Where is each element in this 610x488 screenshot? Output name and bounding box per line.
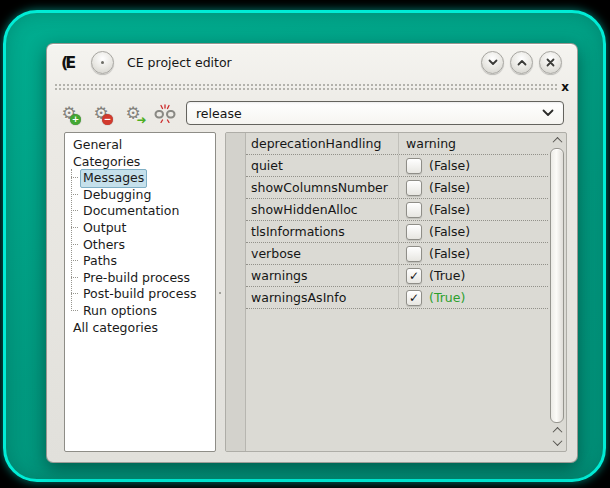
property-value-text: (False) xyxy=(429,202,470,217)
checkbox-unchecked[interactable] xyxy=(406,202,422,218)
menu-dot-icon xyxy=(101,61,104,64)
tree-item-all-categories[interactable]: All categories xyxy=(65,319,215,336)
property-rows: deprecationHandlingwarningquiet(False)sh… xyxy=(246,133,548,309)
checkbox-unchecked[interactable] xyxy=(406,224,422,240)
tree-item-categories[interactable]: Categories xyxy=(65,153,215,170)
window-controls xyxy=(481,51,562,74)
splitter-grip-icon xyxy=(219,292,221,294)
property-name: verbose xyxy=(246,243,398,264)
property-name: warningsAsInfo xyxy=(246,287,398,308)
dock-close-button[interactable]: x xyxy=(561,82,569,92)
close-icon xyxy=(546,58,555,67)
property-value-text: (False) xyxy=(429,246,470,261)
chevron-up-icon xyxy=(552,137,562,147)
checkbox-unchecked[interactable] xyxy=(406,158,422,174)
desktop-frame: (E CE project editor x ⚙ xyxy=(3,10,606,482)
property-value-text: (False) xyxy=(429,180,470,195)
property-row-verbose[interactable]: verbose(False) xyxy=(246,243,548,265)
property-value-cell: warning xyxy=(398,133,548,154)
broken-link-icon xyxy=(154,103,176,123)
chevron-down-icon xyxy=(552,436,562,446)
property-row-quiet[interactable]: quiet(False) xyxy=(246,155,548,177)
plus-badge-icon: + xyxy=(70,114,81,125)
scroll-down-button[interactable] xyxy=(554,437,561,448)
property-value-cell: (False) xyxy=(398,221,548,242)
property-value-cell: (False) xyxy=(398,155,548,176)
scrollbar-thumb[interactable] xyxy=(550,148,564,423)
chevron-down-icon xyxy=(488,59,498,66)
titlebar: (E CE project editor xyxy=(47,44,577,76)
checkbox-unchecked[interactable] xyxy=(406,246,422,262)
tree-item-run-options[interactable]: Run options xyxy=(65,302,215,319)
tree-item-debugging[interactable]: Debugging xyxy=(65,186,215,203)
copy-target-button[interactable]: ⚙ ➜ xyxy=(120,100,146,126)
property-value-cell: (False) xyxy=(398,177,548,198)
tree-item-output[interactable]: Output xyxy=(65,219,215,236)
build-target-select[interactable]: release xyxy=(186,101,564,125)
property-table: deprecationHandlingwarningquiet(False)sh… xyxy=(225,132,567,452)
tree-item-documentation[interactable]: Documentation xyxy=(65,202,215,219)
property-value-text: warning xyxy=(406,136,456,151)
property-row-warnings[interactable]: warnings✓(True) xyxy=(246,265,548,287)
roll-up-button[interactable] xyxy=(510,51,533,74)
chevron-up-icon xyxy=(517,59,527,66)
checkbox-checked[interactable]: ✓ xyxy=(406,268,422,284)
tree-item-label: Run options xyxy=(80,302,160,321)
minus-badge-icon: − xyxy=(102,114,113,125)
property-name: quiet xyxy=(246,155,398,176)
arrow-badge-icon: ➜ xyxy=(136,115,147,126)
tree-item-label: All categories xyxy=(70,319,161,338)
toolbar: ⚙ + ⚙ − ⚙ ➜ release xyxy=(47,93,577,133)
property-row-deprecationHandling[interactable]: deprecationHandlingwarning xyxy=(246,133,548,155)
checkbox-unchecked[interactable] xyxy=(406,180,422,196)
tree-item-label: General xyxy=(70,136,125,155)
property-value-text: (False) xyxy=(429,224,470,239)
tree-item-others[interactable]: Others xyxy=(65,236,215,253)
remove-target-button[interactable]: ⚙ − xyxy=(88,100,114,126)
ce-project-editor-window: (E CE project editor x ⚙ xyxy=(46,43,578,463)
property-row-warningsAsInfo[interactable]: warningsAsInfo✓(True) xyxy=(246,287,548,309)
tree-item-pre-build-process[interactable]: Pre-build process xyxy=(65,269,215,286)
property-value-cell: ✓(True) xyxy=(398,265,548,286)
vertical-scrollbar[interactable] xyxy=(549,135,565,449)
property-row-tlsInformations[interactable]: tlsInformations(False) xyxy=(246,221,548,243)
property-row-showColumnsNumber[interactable]: showColumnsNumber(False) xyxy=(246,177,548,199)
scroll-up-button[interactable] xyxy=(554,135,561,146)
add-target-button[interactable]: ⚙ + xyxy=(56,100,82,126)
app-logo-icon: (E xyxy=(61,53,83,72)
property-value-cell: (False) xyxy=(398,199,548,220)
property-name: tlsInformations xyxy=(246,221,398,242)
tree-item-post-build-process[interactable]: Post-build process xyxy=(65,285,215,302)
close-button[interactable] xyxy=(539,51,562,74)
window-title: CE project editor xyxy=(127,55,481,70)
roll-down-button[interactable] xyxy=(481,51,504,74)
property-name: warnings xyxy=(246,265,398,286)
chevron-down-icon xyxy=(542,109,554,117)
tree-item-paths[interactable]: Paths xyxy=(65,252,215,269)
row-header-gutter xyxy=(226,133,246,451)
dock-handle-texture[interactable] xyxy=(55,83,557,92)
dock-titlebar[interactable]: x xyxy=(55,81,569,93)
category-tree: GeneralCategoriesMessagesDebuggingDocume… xyxy=(64,132,216,452)
splitter-handle[interactable] xyxy=(214,132,225,452)
property-name: showColumnsNumber xyxy=(246,177,398,198)
scroll-bottom-buttons xyxy=(554,425,561,449)
tree-children-group: MessagesDebuggingDocumentationOutputOthe… xyxy=(65,169,215,318)
scroll-up-button-2[interactable] xyxy=(554,425,561,436)
property-value-cell: (False) xyxy=(398,243,548,264)
unlink-target-button[interactable] xyxy=(152,100,178,126)
build-target-value: release xyxy=(196,106,542,121)
tree-item-general[interactable]: General xyxy=(65,136,215,153)
property-value-cell: ✓(True) xyxy=(398,287,548,308)
property-value-text: (True) xyxy=(429,268,465,283)
property-row-showHiddenAlloc[interactable]: showHiddenAlloc(False) xyxy=(246,199,548,221)
property-name: deprecationHandling xyxy=(246,133,398,154)
window-menu-button[interactable] xyxy=(91,51,114,74)
checkbox-checked[interactable]: ✓ xyxy=(406,290,422,306)
property-name: showHiddenAlloc xyxy=(246,199,398,220)
property-value-text: (False) xyxy=(429,158,470,173)
property-value-text: (True) xyxy=(429,290,465,305)
tree-item-messages[interactable]: Messages xyxy=(65,169,215,186)
desktop: { "titlebar": { "title": "CE project edi… xyxy=(0,0,610,488)
